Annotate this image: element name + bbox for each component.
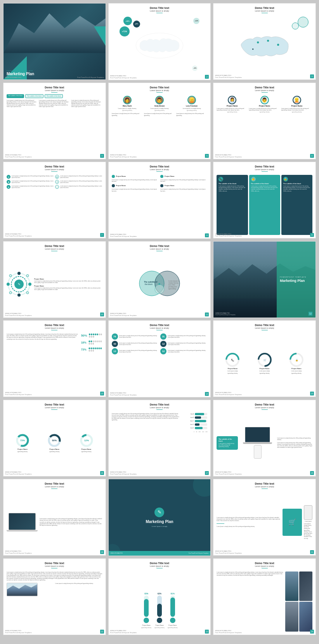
tab-1[interactable]: The subtitle of the block	[7, 94, 24, 98]
tab-2[interactable]: The subtitle of the block	[25, 94, 43, 98]
footer-tag-12: Free PowerPoint & Keynote Templates	[215, 314, 235, 316]
slide-num-10: 10	[100, 313, 104, 316]
cover2-subtitle: Lorem Ipsum is simply	[152, 525, 167, 527]
slide-3-subtitle: Lorem Ipsum is simply	[217, 10, 312, 13]
tab-3[interactable]: The subtitle of the block	[45, 94, 63, 98]
svg-point-8	[17, 272, 21, 275]
svg-text:50%: 50%	[52, 439, 57, 442]
svg-text:🔒: 🔒	[295, 359, 298, 362]
slide-18-subtitle: Lorem Ipsum is simply	[217, 406, 312, 410]
svg-text:✎: ✎	[18, 283, 21, 286]
slide-num-21: 21	[310, 550, 314, 554]
svg-point-1	[257, 41, 259, 43]
slide-15-subtitle: Lorem Ipsum is simply	[217, 327, 312, 330]
slide-14-title: Demo Title text	[112, 324, 208, 326]
slide-15: Demo Title text Lorem Ipsum is simply 📞 …	[213, 320, 316, 397]
stat-num-row-3: 13 Lorem ipsum is simply dummy text of t…	[112, 348, 159, 354]
person-3-name: Lory Freeman	[186, 105, 198, 107]
slide-11-title: Demo Title text	[112, 245, 208, 247]
slide-7-subtitle: Lorem Ipsum is simply	[7, 168, 102, 172]
process-proj-1: Project Name	[34, 278, 102, 280]
slide-14-subtitle: Lorem Ipsum is simply	[112, 327, 208, 330]
svg-point-4	[252, 48, 253, 50]
donut-pct-1: 73% Project Name typesetting industry	[16, 433, 29, 452]
stat-row-3: 73%	[81, 347, 102, 352]
person-1-desc: typesetting industry	[122, 110, 132, 112]
slide-15-title: Demo Title text	[217, 324, 312, 326]
stat-num-row-4: 31 Lorem ipsum is simply dummy text of t…	[160, 333, 207, 340]
slide-num-19: 19	[100, 550, 104, 554]
stat-num-row-1: 76 Lorem ipsum is simply dummy text of t…	[112, 333, 159, 340]
person-3-desc: typesetting industry	[187, 110, 197, 112]
slide-18: Demo Title text Lorem Ipsum is simply Th…	[213, 400, 316, 477]
img-1	[285, 571, 298, 601]
bar-chart: Item A Item B Item C Item D	[182, 413, 207, 433]
donut-pct-3: 12% Project Name typesetting industry	[80, 433, 94, 452]
icon-item-6: ⬡ Lorem ipsum is simply dummy text of th…	[55, 185, 102, 189]
proj-desc-1: Lorem ipsum is simply dummy text of the …	[112, 179, 159, 182]
thermo-2: 62% Project Name typesetting industry	[154, 592, 165, 628]
slide-2-subtitle: Lorem Ipsum is simply	[112, 10, 208, 13]
slide-num-2: 2	[205, 75, 209, 79]
svg-text:🛒: 🛒	[263, 359, 266, 362]
footer-site-15: WWW.SITE2MAX.PRO Free PowerPoint & Keyno…	[215, 392, 242, 395]
slide-23-title: Demo Title text	[112, 562, 208, 565]
slide-24: Demo Title text Lorem Ipsum is simply Lo…	[213, 558, 316, 635]
venn-diagram: The subtitle of the block Lorem Ipsum is…	[112, 253, 208, 315]
slide-1: PowerPoint Template Marketing Plan WWW.S…	[3, 3, 106, 80]
slide-3: Demo Title text Lorem Ipsum is simply WW…	[213, 3, 316, 80]
thermo-1: 83% Project Name typesetting industry	[141, 592, 151, 628]
slide-23: Demo Title text Lorem Ipsum is simply 83…	[108, 558, 211, 635]
cover2-footer-site: WWW.SITE2MAX.PRO	[111, 552, 123, 554]
slide-17-title: Demo Title text	[112, 403, 208, 406]
person-3: 👱 Lory Freeman Lorem ipsum is simply dum…	[176, 96, 207, 116]
slide-num-3: 3	[310, 74, 314, 78]
cover2-footer-tag: Free PowerPoint & Keynote Templates	[189, 552, 208, 554]
slide-10-subtitle: Lorem Ipsum is simply	[7, 248, 102, 251]
proj-person-2: 👨 Project Name Lorem ipsum is simply dum…	[249, 96, 280, 113]
col-text-3: Lorem ipsum is simply dummy text of the …	[71, 100, 102, 156]
proj-dot-1	[112, 175, 115, 178]
slide-num-4: 4	[100, 154, 104, 158]
svg-point-12	[26, 275, 29, 277]
proj-person-3: 👱 Project Name Lorem ipsum is simply dum…	[281, 96, 312, 113]
footer-site-11: WWW.SITE2MAX.PRO Free PowerPoint & Keyno…	[110, 313, 137, 316]
slide-num-6: 6	[310, 154, 314, 158]
icon-outline-3: ⬡	[55, 185, 59, 189]
svg-text:12%: 12%	[84, 439, 89, 442]
footer-site-21: WWW.SITE2MAX.PRO Free PowerPoint & Keyno…	[215, 550, 242, 554]
slide-num-23: 23	[205, 630, 209, 634]
block-icon-1: 📞	[218, 177, 223, 181]
slide-4: Demo Title text Lorem Ipsum is simply Th…	[3, 83, 106, 159]
slide-1-title: Marketing Plan	[7, 72, 102, 76]
slide-21-subtitle: Lorem Ipsum is simply	[217, 485, 312, 489]
slide-5-title: Demo Title text	[112, 86, 208, 89]
slide-4-title: Demo Title text	[7, 86, 102, 89]
stat-row-2: 18%	[81, 340, 102, 345]
slide-16-title: Demo Title text	[7, 403, 102, 406]
svg-text:73%: 73%	[20, 439, 25, 442]
slide-4-subtitle: Lorem Ipsum is simply	[7, 89, 102, 93]
slide-9-title: Demo Title text	[217, 165, 312, 168]
proj-name-1: Project Name	[116, 175, 126, 177]
donut-pct-2: 50% Project Name typesetting industry	[47, 433, 61, 452]
slide-5: Demo Title text Lorem Ipsum is simply 👩 …	[108, 83, 211, 160]
icon-circle-2: ■	[7, 180, 10, 184]
person-2-title: Lorem ipsum is simply dummy	[150, 108, 168, 109]
slide-24-subtitle: Lorem Ipsum is simply	[217, 565, 312, 568]
proj-desc-2: Lorem ipsum is simply dummy text of the …	[112, 188, 159, 192]
cover2-ppt-label: PowerPoint Template	[280, 276, 312, 278]
person-1-title: Lorem ipsum is simply dummy	[118, 108, 136, 109]
slide-8: Demo Title text Lorem Ipsum is simply Pr…	[108, 162, 211, 239]
donut-1: 📞 Project Name Lorem ipsum simply typese…	[225, 353, 239, 374]
person-1: 👩 Mary Stark Lorem ipsum is simply dummy…	[112, 96, 143, 116]
footer-site-3: WWW.SITE2MAX.PRO Free PowerPoint & Keyno…	[215, 74, 242, 78]
proj-person-1: 👩‍💼 Project Name Lorem ipsum is simply d…	[217, 96, 248, 113]
cover2-pencil-icon: ✎	[154, 508, 164, 517]
person-2: 👨 Andy Brown Lorem ipsum is simply dummy…	[144, 96, 175, 116]
icon-item-2: ■ Lorem ipsum is simply dummy text of th…	[7, 180, 54, 184]
footer-site-1: WWW.SITE2MAX.PRO	[5, 76, 21, 78]
icon-circle-1: ●	[7, 175, 10, 179]
proj-desc-3: Lorem ipsum is simply dummy text of the …	[160, 179, 207, 182]
svg-point-9	[28, 283, 31, 286]
